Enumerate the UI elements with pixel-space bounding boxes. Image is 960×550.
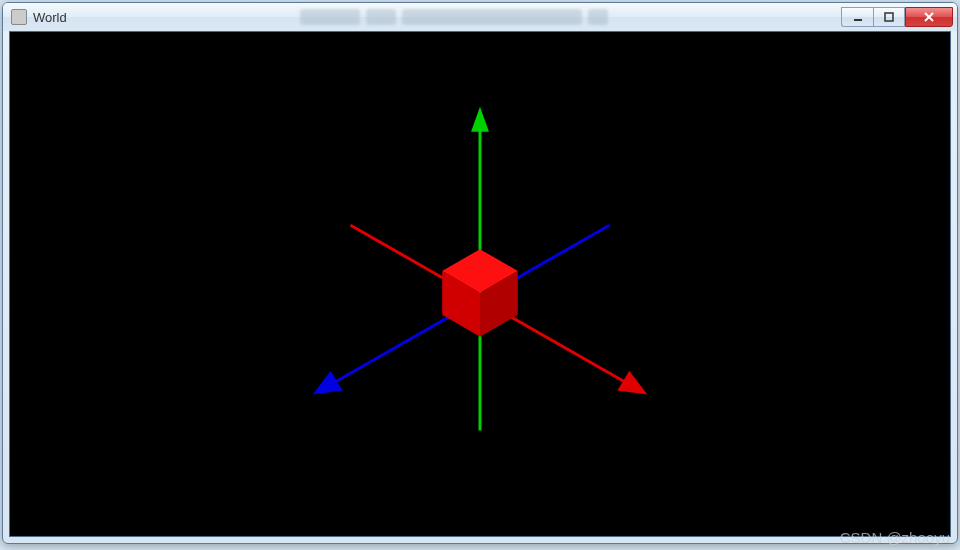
titlebar[interactable]: World	[3, 3, 957, 31]
svg-rect-1	[885, 13, 893, 21]
window-title: World	[33, 10, 67, 25]
close-button[interactable]	[905, 7, 953, 27]
x-axis-arrow-icon	[617, 371, 647, 395]
y-axis-arrow-icon	[471, 107, 489, 132]
cube	[442, 249, 518, 337]
maximize-button[interactable]	[873, 7, 905, 27]
app-window: World	[2, 2, 958, 544]
window-controls	[841, 7, 953, 27]
scene-svg	[10, 32, 950, 536]
toolbar-blur	[67, 9, 841, 25]
viewport[interactable]	[9, 31, 951, 537]
minimize-button[interactable]	[841, 7, 873, 27]
z-axis-arrow-icon	[313, 371, 343, 395]
app-icon	[11, 9, 27, 25]
